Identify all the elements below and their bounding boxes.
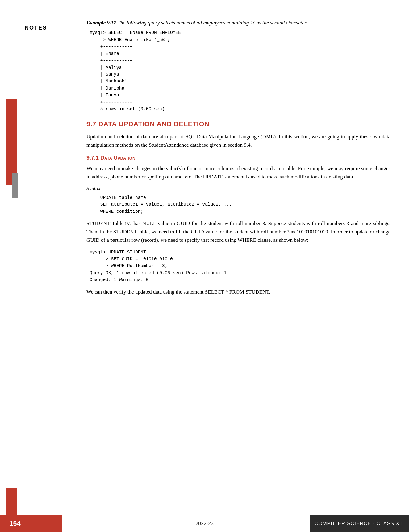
section-97-heading: 9.7 Data Updation and Deletion: [86, 120, 390, 128]
footer-year: 2022-23: [195, 521, 214, 526]
notes-label: Notes: [25, 25, 47, 31]
section-971-body1: We may need to make changes in the value…: [86, 164, 390, 181]
section-971-title: 9.7.1 Data Updation: [86, 155, 135, 161]
content-area: Notes Example 9.17 The following query s…: [25, 19, 390, 507]
syntax-code: UPDATE table_name SET attribute1 = value…: [86, 194, 390, 215]
example-code: mysql> SELECT EName FROM EMPLOYEE -> WHE…: [86, 29, 390, 113]
example-block: Example 9.17 The following query selects…: [86, 19, 390, 113]
update-code: mysql> UPDATE STUDENT -> SET GUID = 1010…: [86, 249, 390, 283]
syntax-label: Syntax:: [86, 186, 390, 192]
example-description: The following query selects names of all…: [118, 20, 307, 26]
main-content: Example 9.17 The following query selects…: [86, 19, 390, 300]
example-number: Example 9.17: [86, 20, 116, 26]
footer-title: Computer Science - Class XII: [315, 521, 403, 526]
section-971-heading: 9.7.1 Data Updation: [86, 155, 390, 161]
footer-left: 154: [0, 515, 62, 532]
red-bar-top: [6, 99, 17, 185]
left-decoration: [0, 0, 19, 532]
gray-bar: [12, 173, 18, 198]
section-97-body1: Updation and deletion of data are also p…: [86, 132, 390, 149]
section-97-title: 9.7 Data Updation and Deletion: [86, 120, 209, 128]
footer-right: Computer Science - Class XII: [310, 515, 409, 532]
section-971-body3: We can then verify the updated data usin…: [86, 288, 390, 296]
page: Notes Example 9.17 The following query s…: [0, 0, 409, 532]
red-bar-bottom: [6, 488, 17, 519]
page-number: 154: [9, 520, 21, 528]
example-title: Example 9.17 The following query selects…: [86, 19, 390, 27]
section-971-body2: STUDENT Table 9.7 has NULL value in GUID…: [86, 219, 390, 245]
